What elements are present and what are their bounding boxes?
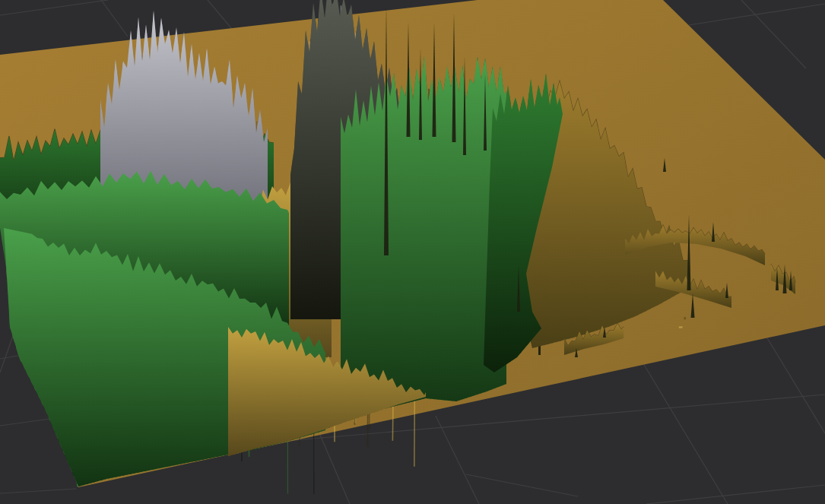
terrain-3d-viewport[interactable] xyxy=(0,0,825,504)
terrain-3d-scene xyxy=(0,0,825,504)
